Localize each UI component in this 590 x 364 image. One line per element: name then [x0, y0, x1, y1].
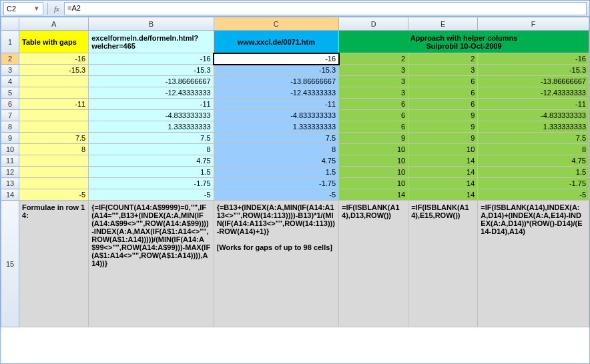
select-all-corner[interactable]: [1, 17, 19, 31]
row-header[interactable]: 11: [1, 155, 19, 167]
cell[interactable]: excelformeln.de/formeln.html?welcher=465: [89, 31, 214, 53]
cell[interactable]: 14: [408, 155, 478, 167]
cell[interactable]: =IF(ISBLANK(A14),E15,ROW()): [408, 201, 478, 327]
row-header[interactable]: 8: [1, 121, 19, 133]
cell[interactable]: -4.833333333: [89, 110, 214, 121]
cell[interactable]: 8: [214, 144, 338, 155]
cell[interactable]: -11: [19, 99, 89, 110]
cell[interactable]: 6: [408, 87, 478, 99]
cell[interactable]: -16: [478, 53, 589, 65]
cell[interactable]: -4.833333333: [214, 110, 338, 121]
cell[interactable]: [19, 110, 89, 121]
cell[interactable]: 9: [408, 121, 478, 133]
cell[interactable]: 8: [19, 144, 89, 155]
cell[interactable]: 6: [339, 99, 408, 110]
cell[interactable]: -1.75: [478, 178, 589, 189]
col-header-A[interactable]: A: [19, 17, 89, 31]
cell[interactable]: 6: [408, 76, 478, 87]
cell[interactable]: 1.333333333: [89, 121, 214, 133]
cell[interactable]: 3: [339, 87, 408, 99]
cell[interactable]: 10: [339, 144, 408, 155]
cell[interactable]: 9: [408, 110, 478, 121]
cell[interactable]: 2: [339, 53, 408, 65]
spreadsheet-grid[interactable]: A B C D E F 1 Table with gaps excelforme…: [1, 17, 589, 327]
cell[interactable]: -5: [19, 189, 89, 201]
cell[interactable]: 8: [478, 144, 589, 155]
cell[interactable]: [19, 121, 89, 133]
cell[interactable]: -15.3: [214, 65, 338, 76]
cell[interactable]: -15.3: [89, 65, 214, 76]
row-header[interactable]: 1: [1, 31, 19, 53]
cell[interactable]: 1.5: [214, 167, 338, 178]
cell[interactable]: -15.3: [19, 65, 89, 76]
cell[interactable]: -16: [214, 53, 338, 65]
cell[interactable]: 9: [339, 133, 408, 144]
cell[interactable]: -11: [89, 99, 214, 110]
chevron-down-icon[interactable]: ▾: [33, 3, 40, 15]
cell[interactable]: -15.3: [478, 65, 589, 76]
cell[interactable]: www.xxcl.de/0071.htm: [214, 31, 338, 53]
cell[interactable]: [19, 87, 89, 99]
name-box[interactable]: C2 ▾: [3, 2, 43, 15]
cell[interactable]: 4.75: [214, 155, 338, 167]
col-header-F[interactable]: F: [478, 17, 589, 31]
cell[interactable]: -13.86666667: [478, 76, 589, 87]
cell[interactable]: 7.5: [89, 133, 214, 144]
cell[interactable]: [19, 167, 89, 178]
cell[interactable]: 1.333333333: [478, 121, 589, 133]
row-header[interactable]: 7: [1, 110, 19, 121]
col-header-D[interactable]: D: [339, 17, 408, 31]
cell[interactable]: -12.43333333: [478, 87, 589, 99]
row-header[interactable]: 4: [1, 76, 19, 87]
row-header[interactable]: 3: [1, 65, 19, 76]
cell[interactable]: -5: [214, 189, 338, 201]
cell[interactable]: Approach with helper columns Sulprobil 1…: [339, 31, 589, 53]
cell[interactable]: 10: [339, 178, 408, 189]
col-header-C[interactable]: C: [214, 17, 338, 31]
cell[interactable]: =IF(ISBLANK(A14),D13,ROW()): [339, 201, 408, 327]
cell[interactable]: -16: [89, 53, 214, 65]
row-header[interactable]: 15: [1, 201, 19, 327]
cell[interactable]: 7.5: [214, 133, 338, 144]
cell[interactable]: 10: [339, 155, 408, 167]
col-header-B[interactable]: B: [89, 17, 214, 31]
cell[interactable]: 10: [408, 144, 478, 155]
cell[interactable]: 10: [339, 167, 408, 178]
cell[interactable]: -16: [19, 53, 89, 65]
cell[interactable]: -1.75: [214, 178, 338, 189]
cell[interactable]: 1.5: [478, 167, 589, 178]
cell[interactable]: 3: [408, 65, 478, 76]
cell[interactable]: 4.75: [478, 155, 589, 167]
cell[interactable]: Table with gaps: [19, 31, 89, 53]
row-header[interactable]: 13: [1, 178, 19, 189]
cell[interactable]: 7.5: [19, 133, 89, 144]
cell[interactable]: -13.86666667: [89, 76, 214, 87]
row-header[interactable]: 9: [1, 133, 19, 144]
cell[interactable]: =IF(ISBLANK(A14),INDEX(A:A,D14)+(INDEX(A…: [478, 201, 589, 327]
cell[interactable]: {=B13+(INDEX(A:A,MIN(IF(A14:A113<>"",ROW…: [214, 201, 338, 327]
cell[interactable]: -5: [478, 189, 589, 201]
row-header[interactable]: 12: [1, 167, 19, 178]
cell[interactable]: -4.833333333: [478, 110, 589, 121]
cell[interactable]: 4.75: [89, 155, 214, 167]
formula-input[interactable]: =A2: [64, 2, 587, 15]
row-header[interactable]: 6: [1, 99, 19, 110]
cell[interactable]: 1.333333333: [214, 121, 338, 133]
cell[interactable]: [19, 178, 89, 189]
cell[interactable]: 1.5: [89, 167, 214, 178]
cell[interactable]: 9: [408, 133, 478, 144]
cell[interactable]: [19, 76, 89, 87]
cell[interactable]: -1.75: [89, 178, 214, 189]
cell[interactable]: 14: [408, 178, 478, 189]
row-header[interactable]: 10: [1, 144, 19, 155]
cell[interactable]: 14: [408, 167, 478, 178]
cell[interactable]: 3: [339, 76, 408, 87]
cell[interactable]: 3: [339, 65, 408, 76]
cell[interactable]: 6: [339, 110, 408, 121]
row-header[interactable]: 5: [1, 87, 19, 99]
cell[interactable]: 2: [408, 53, 478, 65]
cell[interactable]: 14: [339, 189, 408, 201]
cell[interactable]: 6: [339, 121, 408, 133]
col-header-E[interactable]: E: [408, 17, 478, 31]
cell[interactable]: 14: [408, 189, 478, 201]
